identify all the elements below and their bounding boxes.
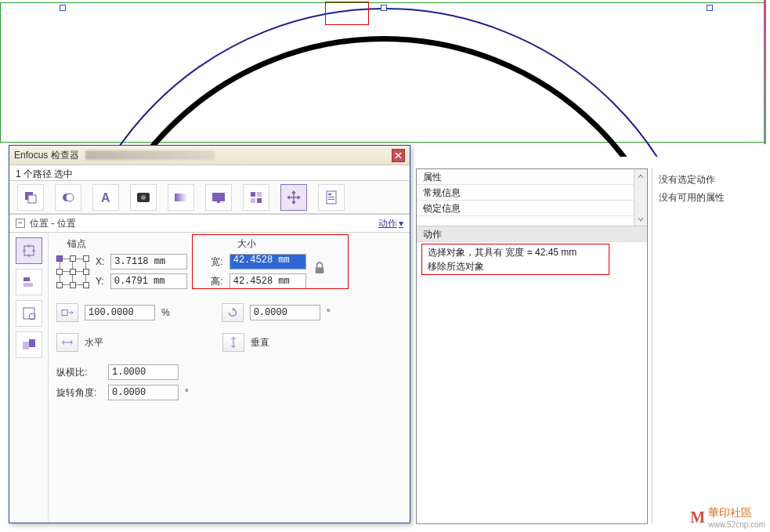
scrollbar[interactable] [634,169,647,226]
flip-v-icon [228,335,239,350]
svg-point-3 [66,194,74,201]
svg-rect-11 [257,192,262,197]
svg-rect-13 [257,198,262,203]
tool-gradient[interactable] [168,184,194,211]
title-blur [85,150,215,160]
align-icon [21,274,37,290]
list-row[interactable]: 锁定信息 [417,201,647,216]
gradient-icon [173,190,189,205]
svg-rect-1 [28,195,36,203]
ratio-input[interactable] [108,364,179,380]
chevron-up-icon [638,173,644,179]
svg-rect-20 [23,283,33,287]
ratio-label: 纵横比: [56,366,102,379]
grid-icon [248,190,264,205]
y-input[interactable] [110,273,187,289]
window-title: Enfocus 检查器 [14,149,79,162]
rotate-input[interactable] [250,305,320,320]
main-toolbar: A [9,181,410,214]
x-label: X: [96,256,104,267]
close-button[interactable] [392,149,405,162]
tool-grid[interactable] [243,184,269,211]
text-icon: A [98,190,114,205]
tool-screen[interactable] [205,184,232,211]
panel-body: 锚点 [9,233,410,523]
watermark-url: www.52cnp.com [708,520,765,529]
transform-icon [21,337,37,353]
svg-rect-15 [328,194,331,195]
tool-image[interactable] [130,184,157,211]
rotate-button[interactable] [222,303,244,322]
chevron-down-icon: ▾ [399,218,403,229]
screen-icon [211,190,226,205]
svg-rect-26 [62,310,67,316]
scroll-up[interactable] [634,169,647,183]
tool-text[interactable]: A [92,184,119,211]
list-row[interactable]: 属性 [417,169,647,185]
svg-rect-9 [217,201,220,203]
svg-rect-24 [29,339,35,347]
actions-menu[interactable]: 动作 ▾ [378,217,403,230]
selection-handle[interactable] [60,5,66,11]
flip-v-label: 垂直 [251,336,269,349]
sidetool-align[interactable] [16,269,42,295]
properties-list: 属性 常规信息 锁定信息 [417,169,647,216]
svg-point-6 [141,195,146,200]
scale-button[interactable] [56,303,78,322]
svg-text:A: A [101,191,110,204]
tool-move[interactable] [280,184,307,211]
rotate-unit: ° [327,307,331,318]
artwork-clip [0,0,770,157]
actions-label: 动作 [378,217,397,230]
close-icon [395,152,402,159]
flip-h-button[interactable] [56,333,78,352]
flip-h-label: 水平 [85,336,103,349]
anchor-selector[interactable] [56,255,89,288]
sidetool-measure[interactable] [16,300,42,327]
measure-icon [21,306,37,321]
svg-rect-17 [328,199,334,200]
no-action-text: 没有选定动作 [659,173,759,186]
svg-rect-10 [251,192,255,197]
svg-rect-12 [251,198,255,203]
selection-handle[interactable] [381,5,387,11]
rotate-icon [225,307,240,318]
side-toolbar [9,233,49,523]
content-area: 锚点 [49,233,410,523]
angle-unit: ° [185,387,189,398]
actions-header: 动作 [417,226,647,242]
anchor-label: 锚点 [67,237,187,251]
tool-fill[interactable] [17,184,44,211]
image-icon [136,190,151,205]
collapse-toggle[interactable]: − [16,219,25,228]
scale-input[interactable] [85,305,155,320]
y-label: Y: [96,276,104,287]
sidetool-transform[interactable] [16,331,42,358]
ruler-edge [764,0,766,144]
angle-input[interactable] [108,385,179,400]
selection-handle[interactable] [707,5,713,11]
fill-icon [23,190,38,205]
svg-rect-23 [23,342,29,349]
scroll-down[interactable] [634,212,647,226]
watermark-brand: 華印社區 [708,506,752,519]
list-row[interactable]: 常规信息 [417,185,647,201]
flip-v-button[interactable] [222,333,244,352]
titlebar[interactable]: Enfocus 检查器 [9,146,410,165]
svg-rect-19 [23,277,30,281]
scale-icon [60,307,75,318]
chevron-down-icon [638,216,644,223]
selection-status: 1 个路径 选中 [9,165,410,181]
tool-info[interactable] [318,184,345,211]
annotation-box [192,234,349,289]
section-header: − 位置 - 位置 动作 ▾ [9,214,410,233]
svg-rect-8 [212,193,225,201]
move-icon [286,190,302,205]
watermark: M 華印社區 www.52cnp.com [690,506,765,529]
sidetool-position[interactable] [16,237,42,264]
svg-rect-16 [328,197,334,197]
x-input[interactable] [110,254,187,270]
tool-overlap[interactable] [55,184,81,211]
actions-panel: 属性 常规信息 锁定信息 动作 选择对象，其具有 宽度 = 42.45 mm 移… [416,168,648,524]
svg-rect-7 [175,194,187,201]
